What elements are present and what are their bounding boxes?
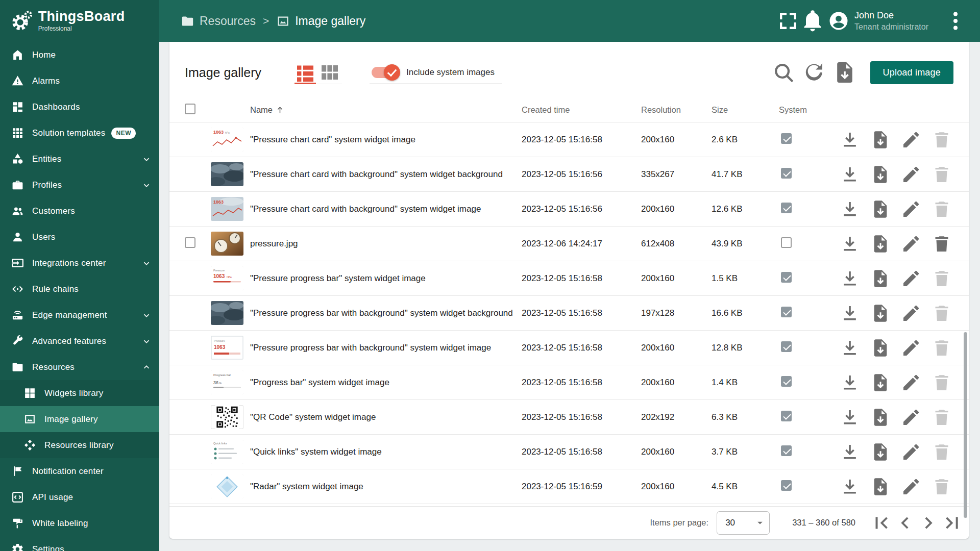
delete-button[interactable] bbox=[932, 338, 952, 358]
sidebar-item-customers[interactable]: Customers bbox=[0, 198, 159, 224]
image-thumbnail[interactable]: Progress bar36 % bbox=[211, 370, 243, 394]
delete-button[interactable] bbox=[932, 477, 952, 497]
edit-button[interactable] bbox=[901, 268, 921, 289]
next-page-button[interactable] bbox=[917, 511, 940, 535]
export-button[interactable] bbox=[870, 234, 891, 254]
notifications-button[interactable] bbox=[800, 9, 825, 33]
image-thumbnail[interactable]: Quick links bbox=[211, 440, 243, 464]
download-button[interactable] bbox=[840, 130, 860, 150]
download-button[interactable] bbox=[840, 442, 860, 462]
edit-button[interactable] bbox=[901, 164, 921, 185]
delete-button[interactable] bbox=[932, 268, 952, 289]
upload-image-button[interactable]: Upload image bbox=[870, 61, 953, 84]
download-button[interactable] bbox=[840, 234, 860, 254]
sidebar-item-solution-templates[interactable]: Solution templates NEW bbox=[0, 120, 159, 146]
column-header-created-time[interactable]: Created time bbox=[522, 105, 641, 115]
fullscreen-button[interactable] bbox=[776, 9, 800, 33]
delete-button[interactable] bbox=[932, 303, 952, 323]
items-per-page-select[interactable]: 30 bbox=[717, 511, 770, 535]
sidebar-item-home[interactable]: Home bbox=[0, 42, 159, 68]
edit-button[interactable] bbox=[901, 407, 921, 428]
image-thumbnail[interactable] bbox=[211, 301, 243, 325]
table-row[interactable]: pressure.jpg 2023-12-06 14:24:17 612x408… bbox=[169, 227, 969, 261]
table-row[interactable]: "Pressure chart card with background" sy… bbox=[169, 157, 969, 192]
column-header-size[interactable]: Size bbox=[712, 105, 775, 115]
image-thumbnail[interactable] bbox=[211, 232, 243, 256]
image-thumbnail[interactable]: Pressure1063 bbox=[211, 336, 243, 360]
edit-button[interactable] bbox=[901, 442, 921, 462]
export-button[interactable] bbox=[870, 268, 891, 289]
import-image-button[interactable] bbox=[832, 60, 857, 85]
column-header-system[interactable]: System bbox=[775, 105, 836, 115]
export-button[interactable] bbox=[870, 130, 891, 150]
edit-button[interactable] bbox=[901, 303, 921, 323]
edit-button[interactable] bbox=[901, 372, 921, 393]
download-button[interactable] bbox=[840, 303, 860, 323]
table-row[interactable]: 1063hPa "Pressure chart card" system wid… bbox=[169, 122, 969, 157]
column-header-name[interactable]: Name bbox=[250, 105, 522, 115]
image-thumbnail[interactable] bbox=[211, 162, 243, 186]
grid-view-button[interactable] bbox=[317, 61, 342, 84]
row-checkbox[interactable] bbox=[185, 237, 195, 248]
edit-button[interactable] bbox=[901, 199, 921, 219]
download-button[interactable] bbox=[840, 372, 860, 393]
list-view-button[interactable] bbox=[293, 61, 317, 84]
edit-button[interactable] bbox=[901, 477, 921, 497]
download-button[interactable] bbox=[840, 407, 860, 428]
image-thumbnail[interactable] bbox=[211, 405, 243, 429]
sidebar-item-widgets-library[interactable]: Widgets library bbox=[0, 380, 159, 406]
sidebar-item-image-gallery[interactable]: Image gallery bbox=[0, 406, 159, 432]
sidebar-item-integrations-center[interactable]: Integrations center bbox=[0, 250, 159, 276]
delete-button[interactable] bbox=[932, 164, 952, 185]
image-thumbnail[interactable] bbox=[211, 474, 243, 498]
export-button[interactable] bbox=[870, 407, 891, 428]
sidebar-item-profiles[interactable]: Profiles bbox=[0, 172, 159, 198]
sidebar-item-resources[interactable]: Resources bbox=[0, 354, 159, 380]
image-thumbnail[interactable]: Pressure1063hPa bbox=[211, 266, 243, 290]
sidebar-item-api-usage[interactable]: API usage bbox=[0, 484, 159, 510]
sidebar-item-resources-library[interactable]: Resources library bbox=[0, 432, 159, 458]
table-row[interactable]: "Pressure progress bar with background" … bbox=[169, 296, 969, 331]
download-button[interactable] bbox=[840, 268, 860, 289]
select-all-checkbox[interactable] bbox=[185, 104, 195, 114]
export-button[interactable] bbox=[870, 164, 891, 185]
sidebar-item-notification-center[interactable]: Notification center bbox=[0, 458, 159, 484]
delete-button[interactable] bbox=[932, 442, 952, 462]
refresh-button[interactable] bbox=[802, 60, 826, 85]
export-button[interactable] bbox=[870, 338, 891, 358]
table-row[interactable]: Progress bar36 % "Progress bar" system w… bbox=[169, 365, 969, 400]
include-system-toggle[interactable] bbox=[372, 67, 398, 78]
export-button[interactable] bbox=[870, 372, 891, 393]
download-button[interactable] bbox=[840, 477, 860, 497]
search-button[interactable] bbox=[771, 60, 796, 85]
table-row[interactable]: Pressure1063hPa "Pressure progress bar" … bbox=[169, 261, 969, 296]
avatar[interactable] bbox=[828, 10, 849, 32]
table-row[interactable]: 1063 "Pressure chart card with backgroun… bbox=[169, 192, 969, 227]
table-row[interactable]: Pressure1063 "Pressure progress bar with… bbox=[169, 331, 969, 365]
more-menu-button[interactable] bbox=[943, 9, 968, 33]
column-header-resolution[interactable]: Resolution bbox=[641, 105, 712, 115]
table-scrollbar-thumb[interactable] bbox=[964, 332, 967, 518]
download-button[interactable] bbox=[840, 338, 860, 358]
table-row[interactable]: "QR Code" system widget image 2023-12-05… bbox=[169, 400, 969, 435]
edit-button[interactable] bbox=[901, 130, 921, 150]
first-page-button[interactable] bbox=[870, 511, 893, 535]
delete-button[interactable] bbox=[932, 130, 952, 150]
sidebar-item-white-labeling[interactable]: White labeling bbox=[0, 510, 159, 536]
export-button[interactable] bbox=[870, 199, 891, 219]
delete-button[interactable] bbox=[932, 407, 952, 428]
export-button[interactable] bbox=[870, 442, 891, 462]
delete-button[interactable] bbox=[932, 234, 952, 254]
sidebar-item-alarms[interactable]: Alarms bbox=[0, 68, 159, 94]
sidebar-item-edge-management[interactable]: Edge management bbox=[0, 302, 159, 328]
sidebar-item-users[interactable]: Users bbox=[0, 224, 159, 250]
table-row[interactable]: "Radar" system widget image 2023-12-05 1… bbox=[169, 469, 969, 504]
delete-button[interactable] bbox=[932, 372, 952, 393]
download-button[interactable] bbox=[840, 164, 860, 185]
image-thumbnail[interactable]: 1063hPa bbox=[211, 128, 243, 152]
previous-page-button[interactable] bbox=[893, 511, 917, 535]
export-button[interactable] bbox=[870, 477, 891, 497]
edit-button[interactable] bbox=[901, 234, 921, 254]
export-button[interactable] bbox=[870, 303, 891, 323]
sidebar-item-dashboards[interactable]: Dashboards bbox=[0, 94, 159, 120]
